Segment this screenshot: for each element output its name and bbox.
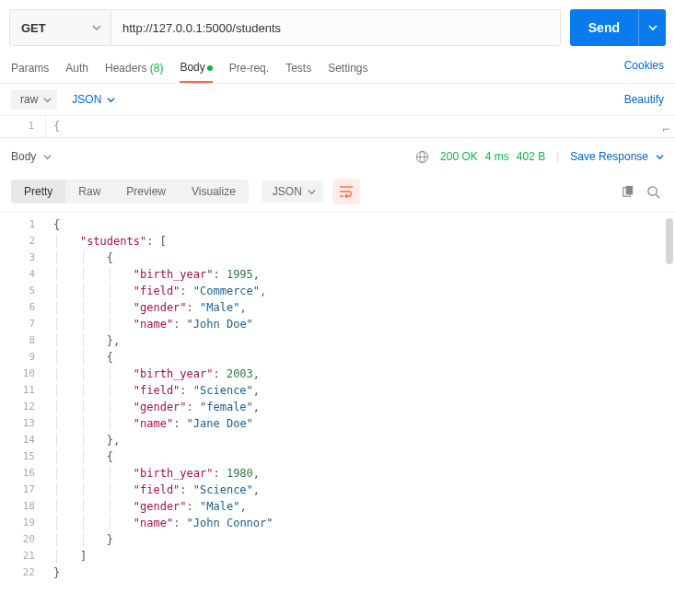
code-line: │ │ },	[53, 332, 675, 349]
code-line: }	[53, 564, 675, 581]
code-line: │ "students": [	[53, 233, 675, 250]
url-input[interactable]	[111, 9, 561, 46]
request-tabs: Params Auth Headers (8) Body Pre-req. Te…	[0, 50, 675, 84]
code-line: │ │ │ "field": "Science",	[53, 482, 675, 498]
http-method-select[interactable]: GET	[9, 9, 111, 46]
code-line: │ │ │ "field": "Commerce",	[53, 283, 675, 299]
body-format-select[interactable]: JSON	[66, 89, 121, 110]
code-line: │ │ │ "birth_year": 2003,	[53, 366, 675, 382]
network-icon[interactable]	[411, 145, 433, 168]
cookies-link[interactable]: Cookies	[624, 59, 664, 79]
code-line: │ │ │ "birth_year": 1995,	[53, 266, 675, 283]
wrap-lines-toggle[interactable]	[332, 179, 360, 204]
newline-marker-icon: ⌐	[662, 120, 669, 140]
code-line: │ │ │ "birth_year": 1980,	[53, 465, 675, 482]
beautify-link[interactable]: Beautify	[624, 93, 664, 106]
tab-settings[interactable]: Settings	[328, 56, 367, 82]
view-visualize[interactable]: Visualize	[179, 180, 249, 203]
code-line: │ │ },	[53, 432, 675, 448]
tab-body[interactable]: Body	[180, 55, 212, 83]
body-mode-select[interactable]: raw	[11, 89, 57, 110]
response-format-select[interactable]: JSON	[262, 180, 323, 203]
svg-line-8	[656, 194, 659, 198]
code-line: │ │ │ "gender": "female",	[53, 399, 675, 415]
tab-tests[interactable]: Tests	[285, 56, 311, 82]
scrollbar-thumb[interactable]	[666, 218, 673, 264]
view-preview[interactable]: Preview	[113, 180, 179, 203]
request-body-editor[interactable]: 1 { ⌐	[0, 116, 675, 138]
code-line: │ │ │ "name": "John Doe"	[53, 316, 675, 332]
code-line: {	[53, 216, 675, 233]
view-raw[interactable]: Raw	[65, 180, 113, 203]
chevron-down-icon	[308, 188, 316, 196]
code-body[interactable]: {│ "students": [│ │ {│ │ │ "birth_year":…	[46, 213, 675, 585]
tab-params[interactable]: Params	[11, 56, 49, 82]
response-section-label[interactable]: Body	[11, 150, 36, 163]
code-line: │ ]	[53, 548, 675, 564]
editor-content[interactable]: { ⌐	[46, 116, 675, 137]
tab-headers-label: Headers	[105, 62, 146, 75]
editor-gutter: 1	[0, 116, 46, 137]
chevron-down-icon	[648, 23, 658, 32]
response-size: 402 B	[517, 150, 545, 163]
view-mode-segment: Pretty Raw Preview Visualize	[11, 180, 249, 203]
response-body-viewer[interactable]: 12345678910111213141516171819202122 {│ "…	[0, 213, 675, 585]
response-time: 4 ms	[485, 150, 509, 163]
chevron-down-icon	[107, 96, 115, 104]
svg-point-7	[647, 186, 656, 194]
view-pretty[interactable]: Pretty	[11, 180, 65, 203]
tab-headers[interactable]: Headers (8)	[105, 56, 163, 82]
send-options-button[interactable]	[638, 9, 666, 46]
body-format-label: JSON	[72, 93, 101, 106]
code-line: │ │ │ "gender": "Male",	[53, 299, 675, 316]
headers-count: (8)	[150, 62, 164, 75]
code-line: │ │ {	[53, 448, 675, 465]
chevron-down-icon	[92, 23, 101, 32]
save-response-button[interactable]: Save Response	[570, 150, 648, 163]
code-line: │ │ │ "name": "John Connor"	[53, 515, 675, 531]
divider: |	[553, 150, 563, 163]
chevron-down-icon[interactable]	[43, 153, 52, 161]
response-header: Body 200 OK 4 ms 402 B | Save Response	[0, 138, 675, 175]
body-mode-label: raw	[20, 93, 38, 106]
request-bar: GET Send	[0, 0, 675, 50]
http-method-label: GET	[21, 21, 46, 35]
body-modified-dot	[207, 65, 213, 71]
tab-prereq[interactable]: Pre-req.	[229, 56, 269, 82]
copy-icon[interactable]	[616, 180, 638, 203]
code-line: │ │ }	[53, 531, 675, 548]
tab-auth[interactable]: Auth	[65, 56, 88, 82]
code-line: │ │ {	[53, 250, 675, 266]
tab-body-label: Body	[180, 61, 204, 74]
wrap-icon	[339, 185, 354, 198]
status-code: 200 OK	[440, 150, 478, 163]
code-line: │ │ │ "gender": "Male",	[53, 498, 675, 515]
chevron-down-icon[interactable]	[656, 153, 664, 161]
send-button[interactable]: Send	[570, 9, 638, 46]
search-icon[interactable]	[642, 180, 664, 203]
code-line: │ │ │ "name": "Jane Doe"	[53, 415, 675, 432]
chevron-down-icon	[43, 96, 52, 104]
response-view-tabs: Pretty Raw Preview Visualize JSON	[0, 175, 675, 213]
editor-line-1: {	[53, 120, 60, 133]
svg-rect-6	[625, 185, 633, 193]
body-config-row: raw JSON Beautify	[0, 84, 675, 116]
code-line: │ │ │ "field": "Science",	[53, 382, 675, 399]
code-line: │ │ {	[53, 349, 675, 366]
line-number-gutter: 12345678910111213141516171819202122	[0, 213, 46, 585]
response-format-label: JSON	[273, 185, 302, 198]
